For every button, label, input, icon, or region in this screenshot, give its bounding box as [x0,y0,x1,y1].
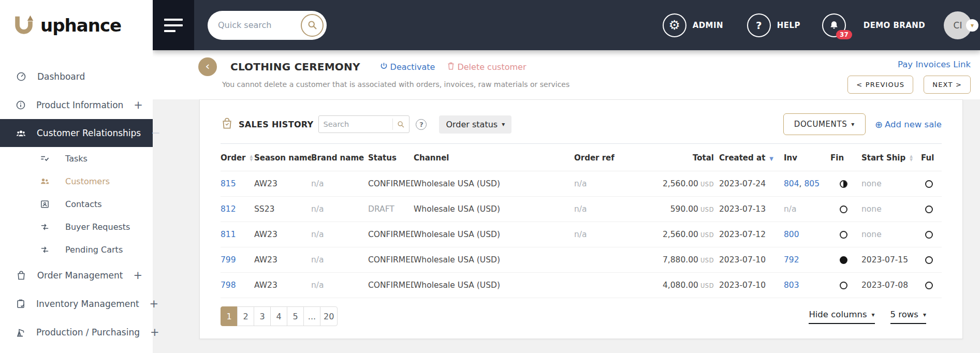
status-cell: DRAFT [368,197,414,222]
season-cell: AW23 [254,222,311,247]
order-status-dropdown[interactable]: Order status ▾ [439,115,511,134]
column-label: Channel [414,153,449,163]
sidebar-item-dashboard[interactable]: Dashboard [0,62,153,91]
sort-icon: ▲▼ [250,155,253,161]
next-button[interactable]: NEXT > [924,76,971,94]
help-button[interactable]: ? HELP [747,13,800,37]
invoice-link[interactable]: 803 [784,281,799,290]
column-label: Inv [784,153,797,163]
customers-icon [39,176,50,186]
admin-button[interactable]: ⚙ ADMIN [663,13,723,37]
page-button[interactable]: 4 [270,306,287,326]
invoice-link[interactable]: 800 [784,230,799,239]
order-link[interactable]: 798 [221,281,236,290]
invoice-link[interactable]: 792 [784,255,799,264]
help-label: HELP [777,21,800,30]
column-header-order[interactable]: Order▲▼ [221,144,254,171]
deactivate-link[interactable]: Deactivate [380,62,435,72]
search-icon[interactable] [301,14,324,37]
notifications-button[interactable]: 37 [822,13,846,37]
order-link[interactable]: 811 [221,230,236,239]
sales-search-input[interactable] [319,120,392,128]
chevron-down-icon[interactable]: ▾ [966,19,978,32]
sidebar-item-label: Buyer Requests [65,222,130,232]
page-ellipsis[interactable]: ... [303,306,320,326]
expand-icon[interactable]: + [134,99,143,111]
sidebar-item-inventory-management[interactable]: Inventory Management + [0,289,153,318]
total-cell: 2,560.00USD [652,171,719,197]
crane-icon [16,327,26,337]
hide-columns-dropdown[interactable]: Hide columns ▾ [809,310,874,324]
brand-cell: n/a [311,273,368,298]
rows-per-page-dropdown[interactable]: 5 rows ▾ [890,310,926,324]
search-icon[interactable] [392,119,409,130]
order-cell: 811 [221,222,254,247]
page-button[interactable]: 20 [320,306,338,326]
invoice-link[interactable]: 805 [804,179,820,188]
previous-button[interactable]: < PREVIOUS [847,76,913,94]
channel-cell: Wholesale USA (USD) [414,197,574,222]
financial-status-icon [840,205,847,213]
financial-status-cell [830,197,861,222]
page-button[interactable]: 2 [237,306,254,326]
sidebar-item-customer-relationships[interactable]: Customer Relationships − [0,119,153,147]
column-header-brand-name[interactable]: Brand name▲▼ [311,144,368,171]
transfer-arrows-icon [39,245,50,255]
caret-down-icon: ▾ [872,311,875,318]
caret-down-icon: ▾ [923,311,926,318]
expand-icon[interactable]: + [150,326,159,339]
sidebar-item-pending-carts[interactable]: Pending Carts [0,238,153,261]
avatar[interactable]: CI ▾ [944,11,972,39]
help-icon[interactable]: ? [416,119,427,130]
total-cell: 590.00USD [652,197,719,222]
sidebar-item-contacts[interactable]: Contacts [0,193,153,215]
column-label: Created at [719,153,765,163]
add-new-sale-link[interactable]: ⊕ Add new sale [875,119,942,130]
topbar-right: ⚙ ADMIN ? HELP 37 DEMO BRAND CI ▾ [663,11,980,39]
channel-cell: Wholesale USA (USD) [414,247,574,273]
season-cell: AW23 [254,171,311,197]
pay-invoices-link[interactable]: Pay Invoices Link [898,60,971,69]
documents-dropdown[interactable]: DOCUMENTS ▾ [783,113,866,135]
brand-selector[interactable]: DEMO BRAND [864,21,925,30]
sidebar-item-customers[interactable]: Customers [0,170,153,193]
fulfillment-icon [925,282,933,289]
collapse-icon[interactable]: − [151,127,160,139]
back-button[interactable]: ‹ [198,57,217,76]
sidebar-item-order-management[interactable]: Order Management + [0,261,153,289]
order-link[interactable]: 812 [221,204,236,214]
column-header-season-name[interactable]: Season name▲▼ [254,144,311,171]
financial-status-cell [830,273,861,298]
logo-text: uphance [40,15,121,36]
user-menu[interactable]: CI ▾ [944,11,972,39]
expand-icon[interactable]: + [133,269,142,282]
column-header-channel: Channel [414,144,574,171]
created-at-cell: 2023-07-24 [719,171,784,197]
fulfillment-cell [921,273,942,298]
table-row: 812SS23n/aDRAFTWholesale USA (USD)n/a590… [221,197,942,222]
column-header-created-at[interactable]: Created at▼ [719,144,784,171]
order-link[interactable]: 799 [221,255,236,264]
sidebar-item-product-information[interactable]: Product Information + [0,91,153,119]
order-ref-cell: n/a [574,222,652,247]
sidebar-item-production-purchasing[interactable]: Production / Purchasing + [0,318,153,346]
table-row: 811AW23n/aCONFIRMEDWholesale USA (USD)n/… [221,222,942,247]
sidebar-item-tasks[interactable]: Tasks [0,147,153,170]
page-button[interactable]: 3 [254,306,271,326]
uphance-logo[interactable]: uphance [0,0,153,50]
admin-label: ADMIN [693,21,723,30]
total-cell: 7,880.00USD [652,247,719,273]
fulfillment-cell [921,247,942,273]
order-link[interactable]: 815 [221,179,236,188]
delete-customer-link[interactable]: Delete customer [447,62,526,72]
sidebar-item-buyer-requests[interactable]: Buyer Requests [0,215,153,238]
order-cell: 799 [221,247,254,273]
column-header-start-ship[interactable]: Start Ship▲▼ [861,144,921,171]
sales-history-card: SALES HISTORY ? Order status ▾ DOCUMENTS… [199,99,963,339]
invoice-link[interactable]: 804 [784,179,799,188]
page-button[interactable]: 1 [221,306,238,326]
page-button[interactable]: 5 [287,306,304,326]
hamburger-menu-icon[interactable] [153,0,194,50]
quick-search-input[interactable] [218,20,301,30]
expand-icon[interactable]: + [150,298,159,310]
